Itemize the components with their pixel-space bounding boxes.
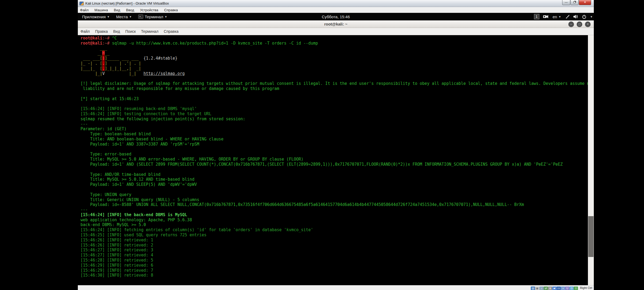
terminal-line: back-end DBMS: MySQL >= 5.0 bbox=[80, 222, 587, 227]
terminal-body[interactable]: root@kali:~# ^Croot@kali:~# sqlmap -u ht… bbox=[78, 35, 594, 285]
terminal-output: root@kali:~# ^Croot@kali:~# sqlmap -u ht… bbox=[80, 36, 587, 278]
vbox-restore-button[interactable] bbox=[570, 0, 579, 5]
terminal-line: Title: Generic UNION query (NULL) - 5 co… bbox=[80, 197, 587, 202]
terminal-line: [15:46:28] [INFO] retrieved: 5 bbox=[80, 258, 587, 263]
panel-chevron-down-icon[interactable]: ▼ bbox=[590, 15, 593, 18]
status-icons: ▤◉♪⇄⋔▰▭▪U⊙⇩ bbox=[531, 285, 578, 290]
terminal-menubar: ФайлПравкаВидПоискТерминалСправка bbox=[78, 28, 594, 35]
brush-icon[interactable] bbox=[565, 15, 570, 19]
terminal-line bbox=[80, 167, 587, 172]
terminal-line: Payload: id=-8588' UNION ALL SELECT NULL… bbox=[80, 202, 587, 207]
places-menu[interactable]: Места ▼ bbox=[113, 13, 135, 20]
terminal-menu-поиск[interactable]: Поиск bbox=[125, 29, 136, 34]
terminal-line: [15:46:24] [INFO] fetching entries of co… bbox=[80, 227, 587, 233]
terminal-line: --- bbox=[80, 207, 587, 212]
power-icon[interactable] bbox=[582, 15, 586, 19]
status-recording-icon[interactable]: ▪ bbox=[561, 287, 565, 290]
terminal-line: Title: AND boolean-based blind - WHERE o… bbox=[80, 137, 587, 142]
terminal-maximize-button[interactable]: □ bbox=[577, 21, 582, 27]
terminal-line: [15:46:26] [INFO] retrieved: 1 bbox=[80, 238, 587, 243]
status-mouse-integration-icon[interactable]: ⊙ bbox=[569, 287, 574, 290]
vm-screen: Приложения ▼ Места ▼ >_ Терминал ▼ Суббо… bbox=[78, 13, 594, 285]
vbox-menu-устройства[interactable]: Устройства bbox=[140, 8, 158, 12]
vbox-menu-ввод[interactable]: Ввод bbox=[126, 8, 134, 12]
status-ui-icon[interactable]: U bbox=[565, 287, 569, 290]
terminal-line: [15:46:25] [INFO] used SQL query returns… bbox=[80, 233, 587, 238]
vbox-menubar: ФайлМашинаВидВводУстройстваСправка bbox=[78, 7, 594, 13]
kali-top-panel: Приложения ▼ Места ▼ >_ Терминал ▼ Суббо… bbox=[78, 13, 594, 20]
terminal-line: __H__ bbox=[80, 51, 587, 56]
vbox-menu-машина[interactable]: Машина bbox=[94, 8, 108, 12]
terminal-line: [15:46:24] [INFO] the back-end DBMS is M… bbox=[80, 212, 587, 218]
vbox-titlebar[interactable]: Kali Linux (чистая) [Работает] - Oracle … bbox=[78, 0, 594, 7]
terminal-line: sqlmap resumed the following injection p… bbox=[80, 117, 587, 122]
terminal-line: [*] starting at 15:46:23 bbox=[80, 96, 587, 102]
vbox-menu-файл[interactable]: Файл bbox=[80, 8, 89, 12]
terminal-menu-файл[interactable]: Файл bbox=[80, 29, 90, 34]
terminal-line: [15:46:27] [INFO] retrieved: 3 bbox=[80, 248, 587, 253]
status-display-icon[interactable]: ▭ bbox=[557, 287, 561, 290]
scrollbar-thumb[interactable] bbox=[588, 216, 594, 257]
terminal-app-menu[interactable]: >_ Терминал ▼ bbox=[135, 13, 170, 20]
status-usb-icon[interactable]: ⋔ bbox=[548, 287, 552, 290]
terminal-line bbox=[80, 76, 587, 81]
status-shared-folders-icon[interactable]: ▰ bbox=[552, 287, 557, 290]
terminal-menu-правка[interactable]: Правка bbox=[95, 29, 108, 34]
vbox-statusbar: ▤◉♪⇄⋔▰▭▪U⊙⇩ Right Ctrl bbox=[78, 285, 594, 290]
terminal-line: Type: boolean-based blind bbox=[80, 132, 587, 137]
vbox-window-title: Kali Linux (чистая) [Работает] - Oracle … bbox=[85, 1, 169, 5]
vbox-menu-вид[interactable]: Вид bbox=[114, 8, 120, 12]
vbox-minimize-button[interactable]: — bbox=[562, 0, 570, 5]
terminal-menu-справка[interactable]: Справка bbox=[164, 29, 178, 34]
terminal-icon: >_ bbox=[138, 15, 143, 19]
terminal-scrollbar[interactable] bbox=[588, 35, 594, 285]
terminal-line: [15:46:30] [INFO] retrieved: 8 bbox=[80, 273, 587, 278]
terminal-line: [15:46:26] [INFO] retrieved: 2 bbox=[80, 243, 587, 248]
terminal-line bbox=[80, 91, 587, 96]
terminal-menu-вид[interactable]: Вид bbox=[113, 29, 120, 34]
status-network-icon[interactable]: ⇄ bbox=[544, 287, 548, 290]
terminal-line: |_ -| . [.] | .'| . | bbox=[80, 61, 587, 66]
keyboard-layout-menu[interactable]: en ▼ bbox=[552, 13, 562, 20]
terminal-line: |_|V |_| http://sqlmap.org bbox=[80, 71, 587, 76]
terminal-line: ___ bbox=[80, 46, 587, 51]
terminal-line: Payload: id=1' AND SLEEP(5) AND 'dpWV'='… bbox=[80, 182, 587, 187]
workspace-indicator[interactable]: 1 bbox=[534, 14, 539, 19]
status-optical-disc-icon[interactable]: ◉ bbox=[535, 287, 539, 290]
terminal-line: Type: UNION query bbox=[80, 192, 587, 197]
vbox-vm-icon bbox=[79, 2, 84, 5]
terminal-window-title: root@kali: ~ bbox=[324, 22, 347, 26]
terminal-line: Type: AND/OR time-based blind bbox=[80, 172, 587, 177]
terminal-line: Payload: id=1' AND (SELECT 2899 FROM(SEL… bbox=[80, 162, 587, 167]
terminal-line: Title: MySQL >= 5.0.12 AND time-based bl… bbox=[80, 177, 587, 182]
terminal-line: root@kali:~# ^C bbox=[80, 36, 587, 41]
status-audio-icon[interactable]: ♪ bbox=[539, 287, 544, 290]
terminal-line: liability and are not responsible for an… bbox=[80, 86, 587, 91]
terminal-line: --- bbox=[80, 122, 587, 127]
terminal-line bbox=[80, 187, 587, 192]
vbox-close-button[interactable]: ✕ bbox=[579, 0, 591, 5]
clock[interactable]: Суббота, 15:46 bbox=[322, 13, 350, 20]
host-desktop-background: Kali Linux (чистая) [Работает] - Oracle … bbox=[0, 0, 644, 290]
terminal-menu-терминал[interactable]: Терминал bbox=[141, 29, 158, 34]
status-hdd-icon[interactable]: ▤ bbox=[531, 287, 535, 290]
restore-icon bbox=[573, 1, 576, 3]
chevron-down-icon: ▼ bbox=[164, 15, 167, 18]
virtualbox-window: Kali Linux (чистая) [Работает] - Oracle … bbox=[78, 0, 594, 290]
terminal-line: [15:46:24] [INFO] testing connection to … bbox=[80, 111, 587, 117]
terminal-line: [15:46:27] [INFO] retrieved: 4 bbox=[80, 253, 587, 258]
terminal-line: web application technology: Apache, PHP … bbox=[80, 218, 587, 223]
terminal-line: [!] legal disclaimer: Usage of sqlmap fo… bbox=[80, 81, 587, 86]
terminal-titlebar[interactable]: root@kali: ~ bbox=[78, 20, 594, 28]
volume-icon[interactable] bbox=[573, 15, 578, 19]
terminal-line: [15:46:29] [INFO] retrieved: 7 bbox=[80, 268, 587, 273]
terminal-minimize-button[interactable]: – bbox=[568, 21, 574, 27]
host-key-label: Right Ctrl bbox=[580, 286, 592, 289]
screen-recorder-icon[interactable] bbox=[543, 15, 548, 19]
chevron-down-icon: ▼ bbox=[558, 15, 561, 18]
terminal-line bbox=[80, 101, 587, 106]
applications-menu[interactable]: Приложения ▼ bbox=[79, 13, 113, 20]
terminal-close-button[interactable]: × bbox=[585, 21, 591, 27]
status-host-key-state-icon[interactable]: ⇩ bbox=[574, 287, 578, 290]
vbox-menu-справка[interactable]: Справка bbox=[164, 8, 178, 12]
